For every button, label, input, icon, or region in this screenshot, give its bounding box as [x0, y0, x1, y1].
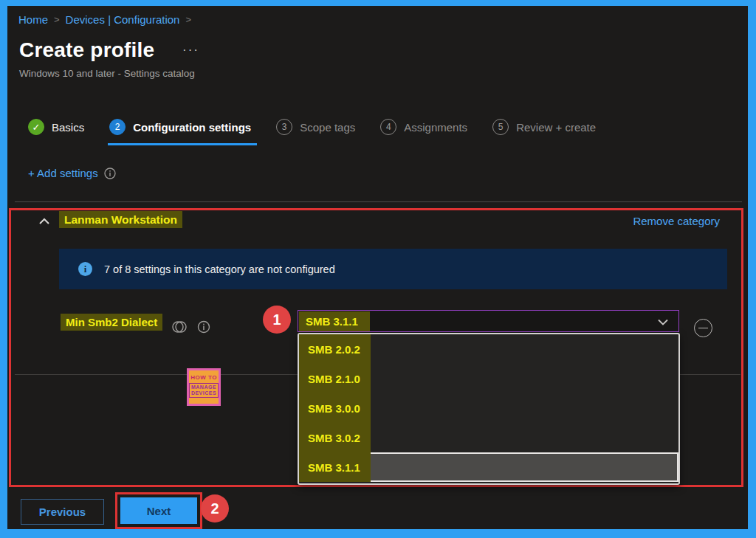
- breadcrumb: Home > Devices | Configuration >: [18, 13, 191, 26]
- min-smb2-dialect-dropdown[interactable]: SMB 3.1.1: [298, 310, 679, 332]
- dropdown-options-list: SMB 2.0.2 SMB 2.1.0 SMB 3.0.0 SMB 3.0.2 …: [298, 333, 680, 485]
- info-banner: i 7 of 8 settings in this category are n…: [59, 249, 727, 289]
- tab-assignments[interactable]: 4 Assignments: [380, 119, 467, 135]
- chevron-down-icon: [658, 319, 668, 325]
- dropdown-option-label: SMB 2.0.2: [299, 343, 360, 356]
- tab-basics[interactable]: ✓ Basics: [28, 119, 84, 135]
- category-title: Lanman Workstation: [59, 213, 182, 227]
- breadcrumb-separator-icon: >: [54, 14, 60, 25]
- info-banner-text: 7 of 8 settings in this category are not…: [104, 263, 335, 275]
- setting-label: Min Smb2 Dialect: [61, 316, 162, 328]
- page-title: Create profile: [19, 38, 154, 62]
- tab-review-create-label: Review + create: [516, 121, 596, 134]
- dropdown-selected-value: SMB 3.1.1: [299, 311, 370, 331]
- dropdown-option-selected[interactable]: SMB 3.1.1: [299, 452, 678, 482]
- create-profile-page: Home > Devices | Configuration > Create …: [7, 6, 748, 529]
- dropdown-option-label: SMB 3.1.1: [299, 461, 360, 474]
- htmd-watermark-logo: HOW TO MANAGE DEVICES: [187, 368, 221, 406]
- watermark-line2: MANAGE: [191, 384, 216, 390]
- add-settings-label: + Add settings: [28, 167, 98, 179]
- dropdown-option[interactable]: SMB 2.1.0: [299, 364, 678, 393]
- dropdown-option-label: SMB 3.0.2: [299, 432, 360, 444]
- category-title-label: Lanman Workstation: [59, 211, 182, 228]
- wizard-steps: ✓ Basics 2 Configuration settings 3 Scop…: [28, 115, 596, 139]
- dropdown-option-label: SMB 3.0.0: [299, 402, 360, 415]
- remove-category-link[interactable]: Remove category: [633, 215, 720, 227]
- tab-basics-label: Basics: [52, 121, 84, 134]
- screenshot-frame: Home > Devices | Configuration > Create …: [0, 0, 756, 538]
- watermark-box: MANAGE DEVICES: [189, 383, 219, 398]
- tab-configuration-settings-label: Configuration settings: [133, 121, 251, 134]
- minus-bar: [698, 328, 708, 329]
- info-icon[interactable]: [104, 168, 116, 179]
- info-icon[interactable]: [197, 320, 210, 334]
- tab-scope-tags[interactable]: 3 Scope tags: [276, 119, 355, 135]
- overlapping-circles-icon[interactable]: [171, 320, 188, 334]
- breadcrumb-separator-icon: >: [185, 14, 191, 25]
- page-subtitle: Windows 10 and later - Settings catalog: [19, 68, 195, 79]
- watermark-line3: DEVICES: [191, 390, 216, 396]
- tab-configuration-settings[interactable]: 2 Configuration settings: [109, 119, 251, 135]
- check-icon: ✓: [28, 119, 44, 135]
- dropdown-option-label: SMB 2.1.0: [299, 373, 360, 385]
- step-number-badge: 3: [276, 119, 292, 135]
- setting-label-text: Min Smb2 Dialect: [61, 314, 162, 331]
- watermark-line1: HOW TO: [190, 374, 217, 381]
- section-divider: [15, 201, 742, 202]
- tab-scope-tags-label: Scope tags: [300, 121, 355, 134]
- breadcrumb-home-link[interactable]: Home: [18, 13, 48, 26]
- annotation-badge-2: 2: [201, 494, 229, 523]
- collapse-chevron-up-icon[interactable]: [38, 218, 50, 225]
- tab-assignments-label: Assignments: [404, 121, 467, 134]
- previous-button[interactable]: Previous: [21, 499, 104, 525]
- step-number-badge: 4: [380, 119, 396, 135]
- tab-review-create[interactable]: 5 Review + create: [492, 119, 596, 135]
- dropdown-option[interactable]: SMB 2.0.2: [299, 334, 678, 364]
- annotation-badge-1: 1: [263, 306, 291, 334]
- dropdown-option[interactable]: SMB 3.0.2: [299, 423, 678, 452]
- breadcrumb-devices-configuration-link[interactable]: Devices | Configuration: [66, 13, 180, 26]
- remove-setting-minus-icon[interactable]: [694, 319, 712, 337]
- next-button[interactable]: Next: [120, 497, 197, 524]
- step-number-badge: 5: [492, 119, 509, 135]
- add-settings-link[interactable]: + Add settings: [28, 167, 116, 179]
- dropdown-option[interactable]: SMB 3.0.0: [299, 393, 678, 423]
- step-number-badge: 2: [109, 119, 126, 135]
- info-filled-icon: i: [78, 262, 92, 276]
- ellipsis-icon[interactable]: ···: [182, 43, 199, 58]
